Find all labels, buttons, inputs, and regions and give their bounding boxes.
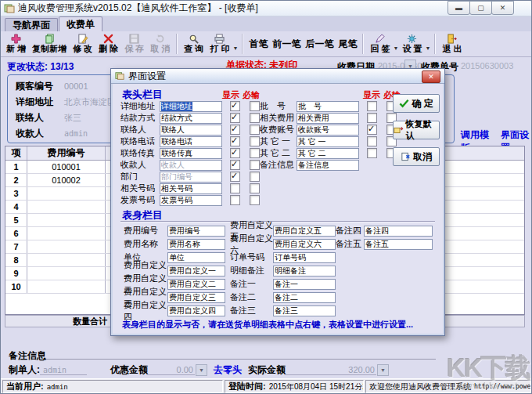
discount-dropdown-arrow[interactable]: ▼ bbox=[196, 364, 207, 376]
discount-value[interactable]: 0.00 bbox=[148, 365, 195, 375]
first-record-button[interactable]: 首笔 bbox=[246, 38, 270, 51]
tab-fee-form[interactable]: 收费单 bbox=[59, 16, 102, 31]
field-caption-input[interactable]: 费用自定义三 bbox=[167, 292, 225, 303]
field-caption-input[interactable]: 备注四 bbox=[364, 226, 433, 237]
maximize-button[interactable]: ▢ bbox=[469, 1, 492, 15]
field-caption-input[interactable]: 费用自定义一 bbox=[167, 266, 225, 277]
field-caption-input[interactable]: 收款账号 bbox=[297, 125, 359, 136]
last-record-button[interactable]: 尾笔 bbox=[336, 38, 359, 51]
show-checkbox[interactable] bbox=[367, 113, 377, 123]
settings-button[interactable]: 设 置 bbox=[399, 32, 425, 56]
required-checkbox[interactable] bbox=[250, 136, 260, 146]
dialog-close-button[interactable]: ✕ bbox=[422, 70, 440, 83]
required-checkbox[interactable] bbox=[250, 183, 260, 193]
settings-dropdown-arrow[interactable]: ▼ bbox=[425, 45, 430, 51]
sign-back-dropdown-arrow[interactable]: ▼ bbox=[393, 45, 398, 51]
show-checkbox[interactable] bbox=[230, 195, 240, 205]
copy-add-button[interactable]: 复制新增 bbox=[29, 32, 70, 56]
field-caption-input[interactable]: 结款方式 bbox=[160, 113, 222, 124]
field-caption-input[interactable]: 费用自定义五 bbox=[273, 226, 336, 237]
show-checkbox[interactable] bbox=[230, 136, 240, 146]
discount-label: 优惠金额 bbox=[110, 363, 148, 377]
field-caption-input[interactable]: 联络传真 bbox=[160, 148, 222, 159]
actual-dropdown-arrow[interactable]: ▼ bbox=[377, 364, 389, 376]
customer-field-value[interactable]: 北京市海淀区 bbox=[64, 96, 116, 108]
remark-input[interactable] bbox=[46, 359, 436, 360]
field-caption-input[interactable]: 备注三 bbox=[273, 305, 336, 316]
field-caption-input[interactable]: 备注一 bbox=[273, 279, 336, 290]
field-caption-input[interactable]: 详细地址 bbox=[160, 101, 222, 112]
show-checkbox[interactable] bbox=[367, 125, 377, 135]
field-caption-input[interactable]: 费用名称 bbox=[167, 239, 225, 250]
required-checkbox[interactable] bbox=[250, 148, 260, 158]
show-checkbox[interactable] bbox=[367, 148, 377, 158]
trim-zero-link[interactable]: 去零头 bbox=[214, 363, 242, 377]
query-button[interactable]: 查 询 bbox=[181, 32, 207, 56]
gear-icon bbox=[406, 34, 418, 44]
dialog-cancel-button[interactable]: 取消 bbox=[393, 147, 440, 166]
fee-no-cell bbox=[27, 187, 106, 200]
show-checkbox[interactable] bbox=[230, 101, 240, 111]
field-caption-input[interactable]: 备注信息 bbox=[297, 160, 359, 171]
customer-field-value[interactable]: admin bbox=[64, 129, 88, 138]
tab-navigation[interactable]: 导航界面 bbox=[5, 18, 58, 31]
exit-button[interactable]: 退 出 bbox=[439, 32, 465, 56]
show-checkbox[interactable] bbox=[230, 172, 240, 182]
field-caption-input[interactable]: 相关费用 bbox=[297, 113, 359, 124]
close-button[interactable]: ✕ bbox=[491, 1, 514, 15]
required-checkbox[interactable] bbox=[250, 101, 260, 111]
field-caption-input[interactable]: 订单号码 bbox=[273, 252, 336, 263]
customer-field-value[interactable]: 00001 bbox=[64, 81, 88, 91]
field-caption-input[interactable]: 单位 bbox=[167, 252, 225, 263]
print-button[interactable]: 打 印 bbox=[207, 32, 232, 56]
restore-default-button[interactable]: 恢复默认 bbox=[393, 121, 440, 139]
dialog-title-bar[interactable]: 界面设置 bbox=[111, 69, 444, 84]
show-checkbox[interactable] bbox=[230, 160, 240, 170]
delete-button[interactable]: 删 除 bbox=[95, 32, 121, 56]
field-caption-input[interactable]: 发票号码 bbox=[160, 195, 222, 206]
field-caption-input[interactable]: 备注二 bbox=[273, 292, 336, 303]
required-checkbox[interactable] bbox=[250, 195, 260, 205]
next-record-button[interactable]: 后一笔 bbox=[303, 38, 336, 51]
field-caption-input[interactable]: 相关号码 bbox=[160, 183, 222, 194]
customer-field-value[interactable]: 张三 bbox=[64, 112, 81, 124]
remark-label: 备注信息 bbox=[9, 349, 46, 363]
required-checkbox[interactable] bbox=[250, 160, 260, 170]
field-caption-input[interactable]: 收款人 bbox=[160, 160, 222, 171]
field-caption-input[interactable]: 部门编号 bbox=[160, 172, 222, 183]
field-caption-input[interactable]: 明细备注 bbox=[273, 266, 336, 277]
field-caption-input[interactable]: 费用自定义二 bbox=[167, 279, 225, 290]
maker-value: admin bbox=[40, 366, 87, 375]
ok-button[interactable]: 确 定 bbox=[393, 94, 440, 113]
sign-back-button[interactable]: 回 签 bbox=[367, 32, 393, 56]
actual-value[interactable]: 320.00 bbox=[286, 365, 376, 375]
show-checkbox[interactable] bbox=[230, 183, 240, 193]
field-caption-input[interactable]: 费用自定义四 bbox=[167, 305, 225, 316]
minimize-button[interactable]: ▬ bbox=[448, 1, 470, 15]
field-caption-input[interactable]: 联络人 bbox=[160, 125, 222, 136]
field-row: 订单号码 订单号码 bbox=[230, 251, 336, 264]
field-row: 收费账号 收款账号 bbox=[260, 124, 397, 136]
prev-record-button[interactable]: 前一笔 bbox=[270, 38, 303, 51]
field-caption-input[interactable]: 费用编号 bbox=[167, 226, 225, 237]
field-caption-input[interactable]: 其 它 二 bbox=[297, 148, 359, 159]
customer-field-row: 联络人 张三 bbox=[16, 111, 81, 124]
show-checkbox[interactable] bbox=[367, 136, 377, 146]
modify-button[interactable]: 修 改 bbox=[70, 32, 95, 56]
required-checkbox[interactable] bbox=[250, 113, 260, 123]
toolbar-separator bbox=[362, 34, 364, 54]
field-caption-input[interactable]: 联络电话 bbox=[160, 136, 222, 147]
field-caption-input[interactable]: 备注五 bbox=[364, 239, 433, 250]
show-checkbox[interactable] bbox=[367, 101, 377, 111]
show-checkbox[interactable] bbox=[230, 148, 240, 158]
field-caption-input[interactable]: 费用自定义六 bbox=[273, 239, 336, 250]
show-checkbox[interactable] bbox=[230, 113, 240, 123]
required-checkbox[interactable] bbox=[250, 125, 260, 135]
field-caption-input[interactable]: 其 它 一 bbox=[297, 136, 359, 147]
show-column-header: 显示 bbox=[222, 89, 239, 101]
show-checkbox[interactable] bbox=[230, 125, 240, 135]
required-checkbox[interactable] bbox=[250, 172, 260, 182]
add-button[interactable]: 新 增 bbox=[3, 32, 29, 56]
field-caption-input[interactable]: 批 号 bbox=[297, 101, 359, 112]
print-dropdown-arrow[interactable]: ▼ bbox=[232, 45, 238, 51]
